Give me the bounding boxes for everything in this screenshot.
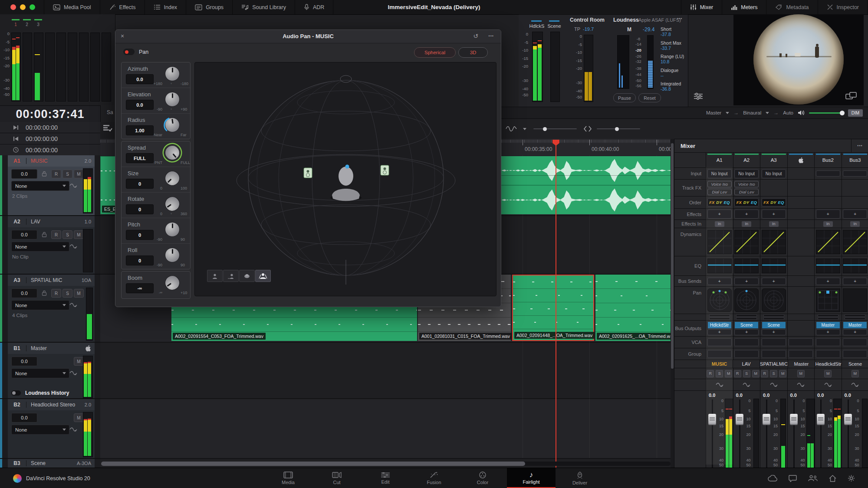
tab-fusion[interactable]: Fusion <box>410 468 458 488</box>
cue-row[interactable]: 00:00:00:00 <box>0 133 100 144</box>
record-arm-button[interactable]: R <box>761 370 768 377</box>
adr-button[interactable]: ADR <box>295 0 333 14</box>
vca-slot[interactable] <box>734 338 759 346</box>
add-bus-send-button[interactable]: + <box>762 278 786 285</box>
automation-icon[interactable] <box>769 382 778 387</box>
input-select[interactable]: No Input <box>734 169 759 178</box>
automation-icon[interactable] <box>851 382 859 387</box>
add-bus-output[interactable]: + <box>762 329 786 335</box>
track-header-a3[interactable]: A3 SPATIAL MIC 1OA 0.0 R S M None 4 Clip… <box>0 275 100 343</box>
lock-icon[interactable] <box>42 232 47 237</box>
strip-name[interactable]: SPATIALMIC <box>760 360 788 368</box>
add-effect-button[interactable]: + <box>843 210 867 219</box>
mixer-channel-head-a1[interactable]: A1 <box>706 153 733 167</box>
monitor-format-select[interactable]: Binaural <box>743 110 761 115</box>
boom-knob[interactable] <box>162 272 182 293</box>
add-bus-send-button[interactable]: + <box>816 278 840 285</box>
monitor-mode-select[interactable]: Auto <box>783 110 793 115</box>
mixer-channel-head-a2[interactable]: A2 <box>733 153 760 167</box>
cue-row[interactable]: 00:00:00:00 <box>0 122 100 133</box>
track-header-b1[interactable]: B1 Master 0.0 M None Loudness History <box>0 343 100 399</box>
fx-order-badge[interactable]: FXDYEQ <box>762 198 786 206</box>
mixer-channel-head-bus3[interactable]: Bus3 <box>842 153 868 167</box>
loudness-history-toggle[interactable] <box>11 390 21 396</box>
pitch-control[interactable]: Pitch 0 -9090 <box>122 218 190 243</box>
mute-button[interactable]: M <box>74 170 84 178</box>
pan-display[interactable] <box>762 288 786 312</box>
meter-settings-icon[interactable] <box>694 92 703 100</box>
inspector-toggle-button[interactable]: Inspector <box>818 0 868 14</box>
elevation-control[interactable]: Elevation 0.0 -90°+90 <box>122 88 190 113</box>
mute-button[interactable]: M <box>74 413 84 422</box>
vca-slot[interactable] <box>816 338 840 346</box>
mute-button[interactable]: M <box>824 370 832 377</box>
rotate-knob[interactable] <box>162 193 182 214</box>
monitor-bus-select[interactable]: Master <box>706 110 721 115</box>
monitor-volume-slider[interactable] <box>809 112 844 114</box>
horizontal-scrollbar[interactable] <box>101 462 671 466</box>
volume-slider-handle[interactable] <box>840 111 845 115</box>
azimuth-knob[interactable] <box>165 66 180 81</box>
track-gain[interactable]: 0.0 <box>11 230 37 239</box>
settings-gear-icon[interactable] <box>848 475 855 482</box>
index-button[interactable]: Index <box>145 0 187 14</box>
add-bus-output[interactable]: + <box>816 329 840 335</box>
pause-button[interactable]: Pause <box>613 93 636 102</box>
effects-in-toggle[interactable]: In <box>769 221 779 227</box>
group-slot[interactable] <box>789 350 813 358</box>
dial-lev-fx[interactable]: Dial Lev <box>734 189 759 195</box>
track-gain[interactable]: 0.0 <box>11 413 37 422</box>
waveform-tool-icon[interactable] <box>506 125 517 132</box>
mute-button[interactable]: M <box>725 370 732 377</box>
record-arm-button[interactable]: R <box>734 370 741 377</box>
add-bus-output[interactable]: + <box>843 329 867 335</box>
fader-strip-headlckdstr[interactable]: 0.0 05101520304050 <box>814 391 842 472</box>
solo-button[interactable]: S <box>770 370 777 377</box>
mixer-menu-icon[interactable]: ••• <box>851 139 868 152</box>
fader-strip-spatialmic[interactable]: 0.0 05101520304050 <box>760 391 787 472</box>
3d-mode-button[interactable]: 3D <box>458 47 488 58</box>
history-icon[interactable]: ↺ <box>473 33 478 39</box>
automation-icon[interactable] <box>69 244 77 249</box>
dynamics-graph[interactable] <box>707 230 732 254</box>
add-bus-send-button[interactable]: + <box>707 278 732 285</box>
solo-button[interactable]: S <box>62 170 72 178</box>
group-slot[interactable] <box>762 350 786 358</box>
add-effect-button[interactable]: + <box>734 210 759 219</box>
eq-graph[interactable] <box>734 259 759 273</box>
mute-button[interactable]: M <box>74 357 84 366</box>
track-effects-dropdown[interactable]: None <box>11 242 69 252</box>
effects-in-toggle[interactable]: In <box>715 221 724 227</box>
track-effects-dropdown[interactable]: None <box>11 181 69 191</box>
chat-icon[interactable] <box>789 475 797 482</box>
vertical-scrollbar-thumb[interactable] <box>671 143 674 369</box>
bus-output-badge[interactable]: Scene <box>762 322 786 328</box>
track-effects-dropdown[interactable]: None <box>11 300 69 310</box>
elevation-knob[interactable] <box>165 92 180 107</box>
group-slot[interactable] <box>816 350 840 358</box>
view-wide-button-active[interactable] <box>255 270 271 282</box>
mute-button[interactable]: M <box>797 370 805 377</box>
vca-slot[interactable] <box>762 338 786 346</box>
automation-icon[interactable] <box>742 382 751 387</box>
strip-name[interactable]: Master <box>788 360 815 368</box>
pan-enable-toggle[interactable] <box>123 49 135 55</box>
track-lane-b1[interactable] <box>100 343 674 399</box>
size-control[interactable]: Size 0 0100 <box>122 167 190 192</box>
effects-in-toggle[interactable]: In <box>850 221 860 227</box>
add-effect-button[interactable]: + <box>707 210 732 219</box>
window-controls[interactable] <box>0 4 44 10</box>
mute-button[interactable]: M <box>852 370 859 377</box>
sound-library-button[interactable]: Sound Library <box>233 0 295 14</box>
record-arm-button[interactable]: R <box>707 370 714 377</box>
vca-slot[interactable] <box>707 338 732 346</box>
fader-strip-music[interactable]: 0.0 05101520304050 <box>706 391 733 472</box>
audio-clip[interactable]: ES_Epic E <box>100 156 115 214</box>
track-effects-dropdown[interactable]: None <box>11 425 69 435</box>
pan-display[interactable] <box>843 288 867 312</box>
effects-in-toggle[interactable]: In <box>823 221 833 227</box>
vca-slot[interactable] <box>789 338 813 346</box>
home-icon[interactable] <box>829 475 836 482</box>
strip-name[interactable]: HeadlckdStr <box>815 360 842 368</box>
vertical-scrollbar[interactable] <box>671 139 674 468</box>
